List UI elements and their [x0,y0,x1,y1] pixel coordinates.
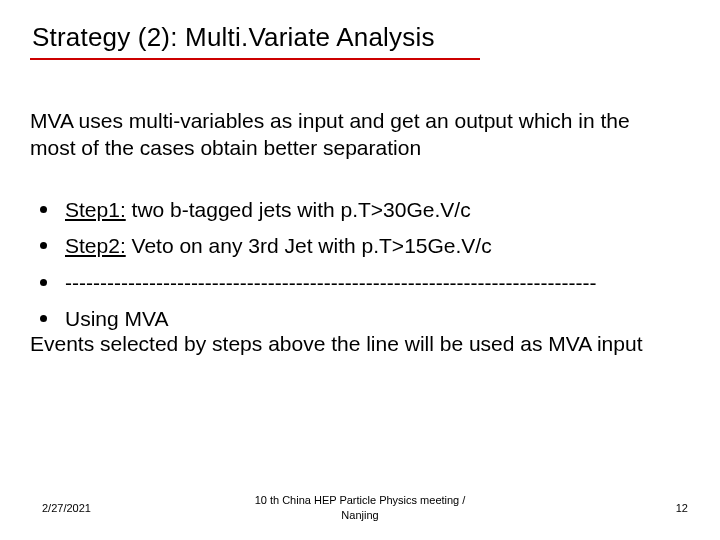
slide: Strategy (2): Multi.Variate Analysis MVA… [0,0,720,540]
tail-text: Events selected by steps above the line … [30,332,642,355]
footer-center: 10 th China HEP Particle Physics meeting… [0,493,720,522]
bullet-icon [40,206,47,213]
using-mva-text: Using MVA [65,307,168,330]
footer-page-number: 12 [676,502,688,514]
footer-center-line2: Nanjing [341,509,378,521]
list-item-text: Step1: two b-tagged jets with p.T>30Ge.V… [65,196,471,224]
bullet-icon [40,242,47,249]
step-rest: two b-tagged jets with p.T>30Ge.V/c [126,198,471,221]
tail-paragraph: Events selected by steps above the line … [30,330,680,358]
bullet-icon [40,279,47,286]
list-item: Step2: Veto on any 3rd Jet with p.T>15Ge… [30,232,690,260]
separator-text: ----------------------------------------… [65,271,596,294]
step-rest: Veto on any 3rd Jet with p.T>15Ge.V/c [126,234,492,257]
intro-paragraph: MVA uses multi-variables as input and ge… [30,108,680,162]
bullet-list: Step1: two b-tagged jets with p.T>30Ge.V… [30,196,690,341]
bullet-icon [40,315,47,322]
list-item-text: ----------------------------------------… [65,269,596,297]
footer-center-line1: 10 th China HEP Particle Physics meeting… [255,494,466,506]
list-item: Step1: two b-tagged jets with p.T>30Ge.V… [30,196,690,224]
step-label: Step2: [65,234,126,257]
title-underline [30,58,480,60]
slide-title: Strategy (2): Multi.Variate Analysis [32,22,435,53]
list-item-text: Step2: Veto on any 3rd Jet with p.T>15Ge… [65,232,492,260]
list-item: ----------------------------------------… [30,269,690,297]
step-label: Step1: [65,198,126,221]
